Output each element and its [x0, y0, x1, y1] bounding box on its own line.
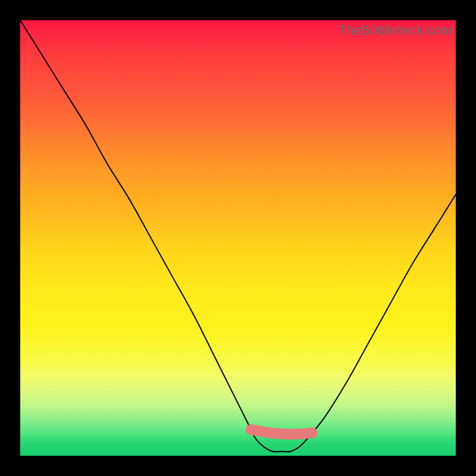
- chart-frame: TheBottleneck.com: [0, 0, 476, 476]
- optimal-range-end-dot: [306, 428, 317, 439]
- optimal-range-band: [251, 430, 312, 434]
- optimal-range-start-dot: [246, 424, 256, 435]
- bottleneck-curve: [20, 20, 456, 456]
- plot-area: TheBottleneck.com: [20, 20, 456, 456]
- curve-line: [20, 20, 456, 452]
